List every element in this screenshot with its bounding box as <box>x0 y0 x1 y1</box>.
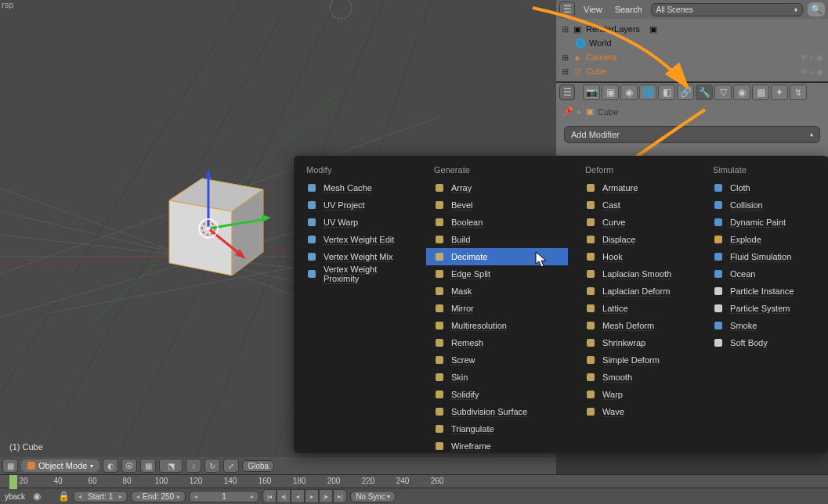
modifier-item-armature[interactable]: Armature <box>577 179 696 196</box>
playback-menu[interactable]: yback <box>0 492 30 501</box>
lock-icon[interactable]: 🔒 <box>58 491 70 502</box>
modifier-item-hook[interactable]: Hook <box>577 248 696 265</box>
timeline-tick-label: 240 <box>396 477 410 485</box>
modifier-item-array[interactable]: Array <box>426 179 568 196</box>
outliner-row-renderlayers[interactable]: ⊞▣ RenderLayers ▣ <box>561 22 823 36</box>
modifier-item-uv-project[interactable]: UV Project <box>298 196 417 214</box>
modifier-item-triangulate[interactable]: Triangulate <box>426 420 568 437</box>
current-frame-field[interactable]: ◂1▸ <box>189 491 259 502</box>
modifier-item-wireframe[interactable]: Wireframe <box>426 437 568 455</box>
jump-end-icon[interactable]: ▸| <box>333 489 347 503</box>
modifier-item-cloth[interactable]: Cloth <box>705 179 823 196</box>
end-frame-field[interactable]: ◂End: 250▸ <box>131 491 186 502</box>
timeline-cursor[interactable] <box>9 475 17 489</box>
tab-data-icon[interactable]: ▽ <box>714 85 732 100</box>
manipulator-rotate-icon[interactable]: ↻ <box>204 459 220 473</box>
pivot-icon[interactable]: ⦿ <box>121 459 137 473</box>
modifier-item-skin[interactable]: Skin <box>426 369 568 386</box>
modifier-item-laplacian-smooth[interactable]: Laplacian Smooth <box>577 265 696 283</box>
outliner-scene-filter[interactable]: All Scenes♦ <box>651 3 803 16</box>
modifier-item-lattice[interactable]: Lattice <box>577 300 696 317</box>
tab-scene-icon[interactable]: ◉ <box>620 85 638 100</box>
tab-constraints-icon[interactable]: 🔗 <box>677 85 694 100</box>
modifier-item-cast[interactable]: Cast <box>577 196 696 214</box>
modifier-item-bevel[interactable]: Bevel <box>426 196 568 214</box>
modifier-item-boolean[interactable]: Boolean <box>426 214 568 231</box>
tab-render-icon[interactable]: 📷 <box>583 85 600 100</box>
modifier-item-screw[interactable]: Screw <box>426 351 568 369</box>
prev-keyframe-icon[interactable]: ◂| <box>277 489 291 503</box>
modifier-item-mesh-cache[interactable]: Mesh Cache <box>298 179 417 196</box>
tab-renderlayers-icon[interactable]: ▣ <box>602 85 619 100</box>
modifier-item-ocean[interactable]: Ocean <box>705 265 823 283</box>
modifier-item-curve[interactable]: Curve <box>577 214 696 231</box>
modifier-item-laplacian-deform[interactable]: Laplacian Deform <box>577 283 696 300</box>
play-reverse-icon[interactable]: ◂ <box>291 489 305 503</box>
visibility-icons[interactable]: 👁 ▹ ◉ <box>800 53 823 62</box>
modifier-item-build[interactable]: Build <box>426 231 568 248</box>
modifier-item-wave[interactable]: Wave <box>577 403 696 420</box>
modifier-item-mirror[interactable]: Mirror <box>426 300 568 317</box>
modifier-item-warp[interactable]: Warp <box>577 386 696 403</box>
sync-dropdown[interactable]: No Sync ▾ <box>350 491 396 502</box>
jump-start-icon[interactable]: |◂ <box>262 489 277 503</box>
manipulator-translate-icon[interactable]: ↕ <box>186 459 201 473</box>
modifier-item-mask[interactable]: Mask <box>426 283 568 300</box>
modifier-item-explode[interactable]: Explode <box>705 231 823 248</box>
modifier-item-subdivision-surface[interactable]: Subdivision Surface <box>426 403 568 420</box>
tab-world-icon[interactable]: 🌐 <box>639 85 656 100</box>
tab-modifiers-icon[interactable]: 🔧 <box>696 85 713 100</box>
modifier-item-fluid-simulation[interactable]: Fluid Simulation <box>705 248 823 265</box>
modifier-item-particle-instance[interactable]: Particle Instance <box>705 283 823 300</box>
tab-material-icon[interactable]: ◉ <box>733 85 750 100</box>
layers-icon[interactable]: ▦ <box>140 459 156 473</box>
modifier-item-simple-deform[interactable]: Simple Deform <box>577 351 696 369</box>
modifier-item-vertex-weight-mix[interactable]: Vertex Weight Mix <box>298 248 417 265</box>
visibility-icons[interactable]: 👁 ▹ ◉ <box>800 67 823 76</box>
add-modifier-button[interactable]: Add Modifier ♦ <box>564 126 820 143</box>
modifier-item-particle-system[interactable]: Particle System <box>705 300 823 317</box>
object-mode-dropdown[interactable]: Object Mode ▾ <box>21 459 99 472</box>
modifier-item-smooth[interactable]: Smooth <box>577 369 696 386</box>
outliner-menu-view[interactable]: View <box>580 5 606 14</box>
outliner-row-cube[interactable]: ⊞▽ Cube 👁 ▹ ◉ <box>561 64 823 78</box>
modifier-item-displace[interactable]: Displace <box>577 231 696 248</box>
modifier-item-label: UV Project <box>324 200 365 210</box>
widget-toggle-icon[interactable]: ⬔ <box>159 459 183 473</box>
autokey-icon[interactable]: ◉ <box>33 491 55 502</box>
modifier-item-mesh-deform[interactable]: Mesh Deform <box>577 317 696 334</box>
modifier-item-vertex-weight-edit[interactable]: Vertex Weight Edit <box>298 231 417 248</box>
properties-editor-icon[interactable]: ☰ <box>559 85 575 100</box>
orientation-dropdown[interactable]: Globa <box>242 460 274 472</box>
start-frame-field[interactable]: ◂Start: 1▸ <box>73 491 128 502</box>
viewport-shading-icon[interactable]: ◐ <box>103 459 118 473</box>
outliner-editor-icon[interactable]: ☰ <box>559 2 575 17</box>
tab-particles-icon[interactable]: ✦ <box>771 85 788 100</box>
timeline-ruler[interactable]: 20406080100120140160180200220240260 <box>0 474 828 488</box>
modifier-item-uv-warp[interactable]: UV Warp <box>298 214 417 231</box>
outliner-row-camera[interactable]: ⊞▲ Camera 👁 ▹ ◉ <box>561 50 823 64</box>
outliner-menu-search[interactable]: Search <box>611 5 646 14</box>
modifier-icon <box>434 251 445 262</box>
modifier-item-shrinkwrap[interactable]: Shrinkwrap <box>577 334 696 351</box>
outliner-tree[interactable]: ⊞▣ RenderLayers ▣ 🌐 World ⊞▲ Camera 👁 ▹ … <box>556 19 828 81</box>
manipulator-scale-icon[interactable]: ⤢ <box>223 459 239 473</box>
modifier-item-remesh[interactable]: Remesh <box>426 334 568 351</box>
modifier-item-solidify[interactable]: Solidify <box>426 386 568 403</box>
tab-texture-icon[interactable]: ▦ <box>752 85 769 100</box>
pin-icon[interactable]: 📌 <box>562 106 573 117</box>
tab-physics-icon[interactable]: ↯ <box>790 85 807 100</box>
modifier-item-collision[interactable]: Collision <box>705 196 823 214</box>
editor-type-icon[interactable]: ▦ <box>2 459 18 473</box>
outliner-row-world[interactable]: 🌐 World <box>561 36 823 50</box>
modifier-item-soft-body[interactable]: Soft Body <box>705 334 823 351</box>
modifier-item-multiresolution[interactable]: Multiresolution <box>426 317 568 334</box>
search-icon[interactable]: 🔍 <box>808 2 825 16</box>
breadcrumb-cube[interactable]: Cube <box>598 107 618 117</box>
next-keyframe-icon[interactable]: |▸ <box>319 489 333 503</box>
modifier-item-dynamic-paint[interactable]: Dynamic Paint <box>705 214 823 231</box>
play-icon[interactable]: ▸ <box>305 489 319 503</box>
modifier-item-vertex-weight-proximity[interactable]: Vertex Weight Proximity <box>298 265 417 283</box>
modifier-item-smoke[interactable]: Smoke <box>705 317 823 334</box>
tab-object-icon[interactable]: ◧ <box>658 85 675 100</box>
